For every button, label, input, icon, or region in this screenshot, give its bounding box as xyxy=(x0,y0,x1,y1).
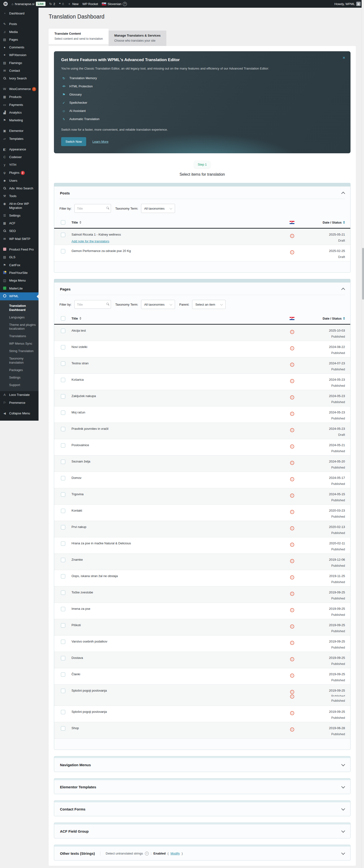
sidebar-item-wpxtension[interactable]: ✦WPXtension xyxy=(0,51,38,59)
sidebar-subitem-settings-sub[interactable]: Settings xyxy=(0,374,38,381)
needs-translation-icon[interactable]: i xyxy=(290,711,294,715)
needs-translation-icon[interactable]: i xyxy=(290,624,294,628)
sidebar-item-adv-woo-search[interactable]: Adv. Woo Search xyxy=(0,185,38,192)
date-status-column-header[interactable]: Date / Status xyxy=(323,221,342,224)
comments-menu[interactable]: ❝ 0 xyxy=(59,2,64,6)
tab-translate-content[interactable]: Translate Content Select content and sen… xyxy=(49,29,109,44)
needs-translation-icon[interactable]: i xyxy=(290,428,294,432)
row-checkbox[interactable] xyxy=(61,443,65,447)
needs-translation-icon[interactable]: i xyxy=(290,641,294,645)
row-checkbox[interactable] xyxy=(61,233,65,237)
sort-date-icon[interactable] xyxy=(343,317,345,320)
sidebar-item-elementor[interactable]: ▣Elementor xyxy=(0,127,38,135)
needs-translation-icon[interactable]: i xyxy=(290,510,294,514)
sidebar-subitem-translation-dashboard[interactable]: Translation Dashboard xyxy=(0,302,38,314)
needs-translation-icon[interactable]: i xyxy=(290,234,294,238)
sort-title-icon[interactable] xyxy=(80,317,81,320)
pages-taxonomy-select[interactable]: All taxonomies xyxy=(141,300,175,309)
needs-translation-icon[interactable]: i xyxy=(290,461,294,465)
select-all-checkbox[interactable] xyxy=(61,220,65,224)
sidebar-item-analytics[interactable]: ▟Analytics xyxy=(0,109,38,117)
needs-translation-icon[interactable]: i xyxy=(290,526,294,530)
sidebar-item-comments[interactable]: ●Comments xyxy=(0,43,38,51)
needs-translation-icon[interactable]: i xyxy=(290,542,294,547)
row-checkbox[interactable] xyxy=(61,574,65,579)
sidebar-item-tools[interactable]: ⚒Tools xyxy=(0,192,38,200)
pages-title-filter-input[interactable] xyxy=(74,300,111,309)
sidebar-item-ivory-search[interactable]: Ivory Search xyxy=(0,74,38,82)
title-column-header[interactable]: Title xyxy=(71,317,78,320)
sidebar-item-plugins[interactable]: ψPlugins2 xyxy=(0,169,38,177)
row-checkbox[interactable] xyxy=(61,656,65,660)
modify-link[interactable]: Modify xyxy=(171,851,180,855)
needs-translation-icon[interactable]: i xyxy=(290,608,294,612)
row-checkbox[interactable] xyxy=(61,607,65,611)
needs-translation-icon[interactable]: i xyxy=(290,576,294,580)
sidebar-item-pages[interactable]: ▤Pages xyxy=(0,36,38,43)
sidebar-item-wpml[interactable]: WPML xyxy=(0,292,38,300)
sidebar-item-mega-menu[interactable]: ◫Mega Menu xyxy=(0,277,38,284)
row-checkbox[interactable] xyxy=(61,427,65,431)
needs-translation-icon[interactable]: i xyxy=(290,674,294,678)
needs-translation-icon[interactable]: i xyxy=(290,657,294,661)
posts-taxonomy-select[interactable]: All taxonomies xyxy=(141,204,175,213)
needs-translation-icon[interactable]: i xyxy=(290,363,294,367)
learn-more-link[interactable]: Learn More xyxy=(92,140,108,144)
sidebar-item-all-in-one-wp-migration[interactable]: ◉All-in-One WP Migration xyxy=(0,200,38,212)
needs-translation-icon[interactable]: i xyxy=(290,330,294,334)
chevron-down-icon[interactable] xyxy=(341,785,345,788)
row-checkbox[interactable] xyxy=(61,689,65,693)
sidebar-item-flamingo[interactable]: ▤Flamingo xyxy=(0,59,38,67)
sidebar-item-premmerce[interactable]: ⚐Premmerce xyxy=(0,399,38,407)
row-checkbox[interactable] xyxy=(61,410,65,415)
sidebar-item-wp-mail-smtp[interactable]: ✉WP Mail SMTP xyxy=(0,235,38,243)
needs-translation-icon[interactable]: i xyxy=(290,592,294,596)
needs-translation-icon[interactable]: i xyxy=(290,694,294,699)
row-checkbox[interactable] xyxy=(61,249,65,253)
sidebar-item-cartfox[interactable]: ⚑CartFox xyxy=(0,261,38,269)
needs-translation-icon[interactable]: i xyxy=(290,395,294,400)
new-content-menu[interactable]: ＋ New xyxy=(68,2,79,6)
sidebar-item-seo[interactable]: SEO xyxy=(0,227,38,235)
title-column-header[interactable]: Title xyxy=(71,221,78,224)
sidebar-item-templates[interactable]: ▱Templates xyxy=(0,135,38,143)
language-switcher-menu[interactable]: Slovenian ? xyxy=(102,2,127,6)
sidebar-item-loco-translate[interactable]: ALoco Translate xyxy=(0,391,38,399)
chevron-down-icon[interactable] xyxy=(341,807,345,811)
sidebar-item-product-feed-pro[interactable]: Product Feed Pro xyxy=(0,246,38,254)
sidebar-item-pixelyoursite[interactable]: PixelYourSite xyxy=(0,269,38,277)
wp-rocket-menu[interactable]: WP Rocket xyxy=(82,2,98,6)
sidebar-item-dashboard[interactable]: ◔Dashboard xyxy=(0,10,38,17)
needs-translation-icon[interactable]: i xyxy=(290,444,294,448)
sidebar-item-acf[interactable]: ▦ACF xyxy=(0,219,38,227)
sidebar-subitem-taxonomy-translation[interactable]: Taxonomy translation xyxy=(0,355,38,367)
sidebar-subitem-support[interactable]: Support xyxy=(0,381,38,389)
row-checkbox[interactable] xyxy=(61,378,65,382)
row-checkbox[interactable] xyxy=(61,509,65,513)
select-all-checkbox[interactable] xyxy=(61,316,65,320)
row-checkbox[interactable] xyxy=(61,460,65,464)
chevron-down-icon[interactable] xyxy=(341,829,345,833)
sidebar-subitem-translations[interactable]: Translations xyxy=(0,333,38,340)
switch-now-button[interactable]: Switch Now xyxy=(61,137,86,146)
sort-title-icon[interactable] xyxy=(80,221,81,224)
tab-manage-translators[interactable]: Manage Translators & Services Choose who… xyxy=(109,31,166,46)
row-checkbox[interactable] xyxy=(61,394,65,399)
row-checkbox[interactable] xyxy=(61,640,65,644)
sidebar-item-gls[interactable]: ▤GLS xyxy=(0,253,38,261)
chevron-down-icon[interactable] xyxy=(341,851,345,855)
row-checkbox[interactable] xyxy=(61,672,65,677)
row-checkbox[interactable] xyxy=(61,726,65,731)
scrollbar-thumb[interactable] xyxy=(362,248,364,300)
chevron-up-icon[interactable] xyxy=(341,288,345,292)
sidebar-subitem-string-translation[interactable]: String Translation xyxy=(0,347,38,355)
row-checkbox[interactable] xyxy=(61,623,65,628)
updates-menu[interactable]: ↻ 2 xyxy=(49,2,55,6)
sidebar-subitem-wp-menus-sync[interactable]: WP Menus Sync xyxy=(0,340,38,347)
needs-translation-icon[interactable]: i xyxy=(290,250,294,254)
pages-parent-select[interactable]: Select an item xyxy=(192,300,225,309)
row-checkbox[interactable] xyxy=(61,525,65,529)
sidebar-item-woocommerce[interactable]: WWooCommerce! xyxy=(0,85,38,93)
sidebar-item-payments[interactable]: ▭Payments xyxy=(0,101,38,109)
needs-translation-icon[interactable]: i xyxy=(290,412,294,416)
